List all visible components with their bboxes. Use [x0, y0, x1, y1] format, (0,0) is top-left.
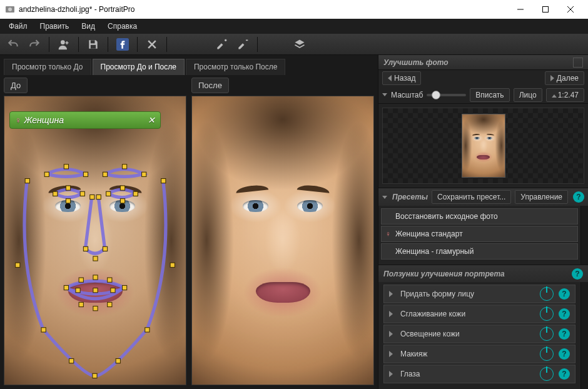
svg-rect-25: [122, 164, 126, 169]
facebook-button[interactable]: [113, 36, 132, 53]
menu-help[interactable]: Справка: [101, 20, 143, 33]
next-button[interactable]: Далее: [545, 71, 584, 85]
svg-rect-30: [66, 199, 70, 203]
face-mesh-overlay[interactable]: [4, 96, 186, 381]
svg-point-1: [8, 8, 12, 11]
slider-group[interactable]: Глаза?: [383, 365, 575, 383]
viewer-area: Просмотр только До Просмотр До и После П…: [0, 55, 378, 389]
gender-tag[interactable]: ♀ Женщина ✕: [9, 111, 161, 129]
svg-rect-37: [83, 246, 88, 251]
svg-rect-38: [93, 256, 98, 261]
slider-group[interactable]: Макияж?: [383, 345, 575, 363]
slider-group[interactable]: Освещение кожи?: [383, 325, 575, 343]
gender-close-icon[interactable]: ✕: [148, 115, 155, 125]
svg-rect-22: [64, 164, 68, 169]
zoom-face-button[interactable]: Лицо: [514, 88, 542, 102]
help-icon[interactable]: ?: [559, 348, 570, 360]
zoom-slider[interactable]: [427, 94, 466, 96]
help-icon[interactable]: ?: [559, 328, 570, 340]
pane-before: До: [4, 78, 186, 385]
save-button[interactable]: [84, 36, 103, 53]
svg-rect-8: [91, 44, 96, 48]
maximize-button[interactable]: [533, 0, 558, 19]
svg-rect-41: [79, 278, 83, 282]
svg-rect-35: [90, 194, 94, 199]
right-panel: Улучшить фото Назад Далее Масштаб Вписат…: [378, 55, 588, 389]
svg-rect-28: [66, 186, 70, 190]
svg-rect-16: [93, 373, 97, 378]
svg-rect-46: [93, 306, 98, 311]
expand-icon: [389, 331, 397, 337]
zoom-label[interactable]: Масштаб: [382, 91, 423, 99]
manage-presets-button[interactable]: Управление: [515, 190, 568, 204]
sliders-scrollbar[interactable]: [580, 282, 588, 389]
panel-detach-icon[interactable]: [573, 58, 583, 68]
preset-item[interactable]: ♀Женщина стандарт: [381, 226, 578, 242]
svg-rect-47: [79, 302, 83, 306]
preset-item[interactable]: Восстановить исходное фото: [381, 208, 578, 225]
brush-add-button[interactable]: [212, 36, 231, 53]
svg-rect-49: [93, 288, 98, 293]
back-button[interactable]: Назад: [382, 71, 421, 85]
power-toggle[interactable]: [540, 367, 554, 381]
svg-rect-17: [116, 358, 120, 363]
svg-rect-40: [64, 285, 68, 290]
svg-rect-24: [103, 172, 107, 176]
layers-button[interactable]: [290, 36, 309, 53]
presets-help-icon[interactable]: ?: [573, 191, 584, 203]
power-toggle[interactable]: [540, 327, 554, 341]
delete-button[interactable]: [143, 36, 161, 53]
help-icon[interactable]: ?: [559, 288, 570, 300]
help-icon[interactable]: ?: [559, 308, 570, 320]
panel-title: Улучшить фото: [383, 58, 449, 67]
power-toggle[interactable]: [540, 287, 554, 301]
next-label: Далее: [557, 74, 579, 83]
help-icon[interactable]: ?: [559, 368, 570, 380]
tab-after-only[interactable]: Просмотр только После: [186, 59, 286, 75]
save-preset-button[interactable]: Сохранить пресет...: [432, 190, 511, 204]
preset-item[interactable]: Женщина - гламурный: [381, 243, 578, 260]
slider-group[interactable]: Придать форму лицу?: [383, 285, 575, 303]
tab-before-only[interactable]: Просмотр только До: [4, 59, 91, 75]
window-title: andzhelina-dzholi.jpg* - PortraitPro: [19, 5, 508, 14]
svg-rect-43: [108, 278, 112, 282]
menu-file[interactable]: Файл: [3, 20, 34, 33]
svg-rect-23: [83, 172, 88, 176]
undo-button[interactable]: [4, 36, 23, 53]
pane-before-label: До: [4, 78, 28, 93]
navigator-thumbnail[interactable]: [382, 108, 584, 184]
menu-bar: Файл Править Вид Справка: [0, 19, 588, 34]
tab-before-after[interactable]: Просмотр До и После: [93, 59, 185, 75]
svg-rect-29: [80, 191, 84, 196]
after-image[interactable]: [191, 96, 374, 385]
menu-view[interactable]: Вид: [75, 20, 101, 33]
svg-rect-13: [16, 263, 20, 267]
svg-rect-42: [93, 275, 98, 280]
svg-rect-32: [120, 186, 124, 190]
toolbar: [0, 34, 588, 55]
before-image[interactable]: ♀ Женщина ✕: [4, 96, 186, 385]
presets-scrollbar[interactable]: [580, 206, 588, 265]
close-button[interactable]: [558, 0, 583, 19]
power-toggle[interactable]: [540, 347, 554, 361]
zoom-thumb[interactable]: [432, 91, 440, 99]
redo-button[interactable]: [25, 36, 44, 53]
sliders-help-icon[interactable]: ?: [572, 268, 583, 280]
presets-collapse-icon[interactable]: [382, 196, 387, 199]
svg-rect-27: [53, 191, 58, 196]
svg-rect-20: [161, 179, 166, 183]
zoom-fit-button[interactable]: Вписать: [470, 88, 509, 102]
svg-rect-48: [76, 288, 80, 293]
panel-header: Улучшить фото: [378, 55, 588, 70]
add-person-button[interactable]: [54, 36, 73, 53]
zoom-ratio[interactable]: 1:2.47: [546, 88, 584, 102]
svg-rect-50: [111, 288, 115, 293]
sliders-title: Ползунки улучшения портрета: [383, 270, 505, 278]
slider-group[interactable]: Сглаживание кожи?: [383, 305, 575, 323]
power-toggle[interactable]: [540, 307, 554, 321]
female-icon: ♀: [385, 230, 391, 238]
brush-remove-button[interactable]: [233, 36, 252, 53]
gender-icon: ♀: [15, 115, 22, 125]
minimize-button[interactable]: [508, 0, 533, 19]
menu-edit[interactable]: Править: [34, 20, 76, 33]
